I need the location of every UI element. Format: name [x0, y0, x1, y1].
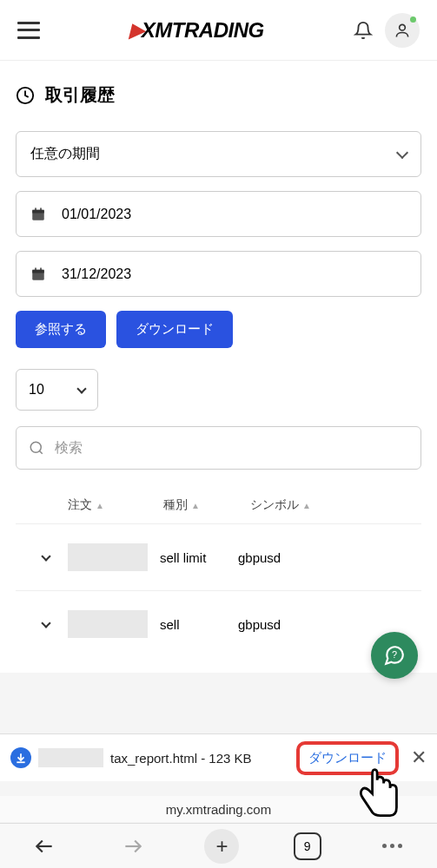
logo[interactable]: ▶ XMTRADING — [129, 18, 263, 43]
sort-icon: ▲ — [191, 501, 200, 510]
back-button[interactable] — [27, 829, 62, 864]
cell-type: sell limit — [160, 550, 238, 565]
period-select-value: 任意の期間 — [30, 145, 100, 163]
expand-row-button[interactable] — [24, 556, 68, 560]
clock-icon — [16, 86, 35, 105]
chevron-down-icon — [396, 146, 408, 158]
cell-symbol: gbpusd — [238, 550, 413, 565]
download-filename: tax_report.html - 123 KB — [110, 751, 252, 766]
chevron-down-icon — [41, 618, 50, 628]
column-type[interactable]: 種別▲ — [163, 497, 250, 513]
date-from-input[interactable]: 01/01/2023 — [16, 191, 421, 237]
expand-row-button[interactable] — [24, 622, 68, 627]
svg-point-10 — [30, 442, 41, 452]
download-notification-bar: tax_report.html - 123 KB ダウンロード ✕ — [0, 733, 437, 781]
svg-rect-3 — [32, 209, 44, 213]
calendar-icon — [30, 266, 46, 282]
table-row: sell limit gbpusd — [16, 523, 421, 590]
chevron-down-icon — [76, 384, 86, 393]
logo-text: XMTRADING — [142, 18, 264, 43]
browser-menu-button[interactable] — [375, 829, 410, 864]
tab-count: 9 — [304, 839, 311, 853]
search-icon — [29, 440, 44, 456]
browser-url-bar[interactable]: my.xmtrading.com — [0, 796, 437, 822]
page-title: 取引履歴 — [45, 83, 115, 107]
sort-icon: ▲ — [96, 501, 104, 510]
notifications-button[interactable] — [354, 21, 373, 40]
date-to-value: 31/12/2023 — [62, 266, 131, 282]
download-icon — [10, 747, 31, 768]
table-row: sell gbpusd — [16, 590, 421, 657]
chevron-down-icon — [41, 551, 50, 561]
search-box[interactable] — [16, 426, 421, 470]
svg-text:?: ? — [392, 649, 397, 660]
svg-rect-7 — [32, 269, 44, 273]
date-to-input[interactable]: 31/12/2023 — [16, 251, 421, 297]
help-fab[interactable]: ? — [371, 632, 418, 679]
browser-nav-bar: + 9 — [0, 823, 437, 868]
column-order[interactable]: 注文▲ — [68, 497, 163, 513]
profile-button[interactable] — [385, 13, 420, 48]
sort-icon: ▲ — [302, 501, 311, 510]
date-from-value: 01/01/2023 — [62, 207, 131, 222]
status-dot-icon — [410, 16, 416, 23]
period-select[interactable]: 任意の期間 — [16, 131, 421, 177]
download-button[interactable]: ダウンロード — [116, 311, 233, 348]
calendar-icon — [30, 207, 46, 222]
forward-button[interactable] — [116, 829, 150, 864]
svg-point-0 — [400, 24, 406, 30]
close-download-bar[interactable]: ✕ — [411, 746, 427, 769]
cell-type: sell — [160, 617, 238, 632]
redacted-filename-prefix — [38, 748, 103, 767]
browse-button[interactable]: 参照する — [16, 311, 106, 348]
tabs-button[interactable]: 9 — [294, 832, 321, 860]
download-action-button[interactable]: ダウンロード — [308, 750, 387, 765]
table-header: 注文▲ 種別▲ シンボル▲ — [16, 487, 421, 523]
app-header: ▶ XMTRADING — [0, 0, 437, 61]
new-tab-button[interactable]: + — [204, 829, 239, 864]
menu-button[interactable] — [17, 22, 40, 39]
svg-line-11 — [39, 450, 42, 453]
download-action-highlight: ダウンロード — [296, 741, 399, 775]
pagesize-select[interactable]: 10 — [16, 369, 98, 411]
main-content: 取引履歴 任意の期間 01/01/2023 31/12/2023 参照する ダウ… — [0, 61, 437, 673]
search-input[interactable] — [55, 440, 408, 456]
pagesize-value: 10 — [29, 382, 44, 398]
column-symbol[interactable]: シンボル▲ — [250, 497, 413, 513]
redacted-order-id — [68, 610, 148, 638]
cell-symbol: gbpusd — [238, 617, 413, 632]
url-text: my.xmtrading.com — [166, 802, 271, 817]
redacted-order-id — [68, 543, 148, 571]
